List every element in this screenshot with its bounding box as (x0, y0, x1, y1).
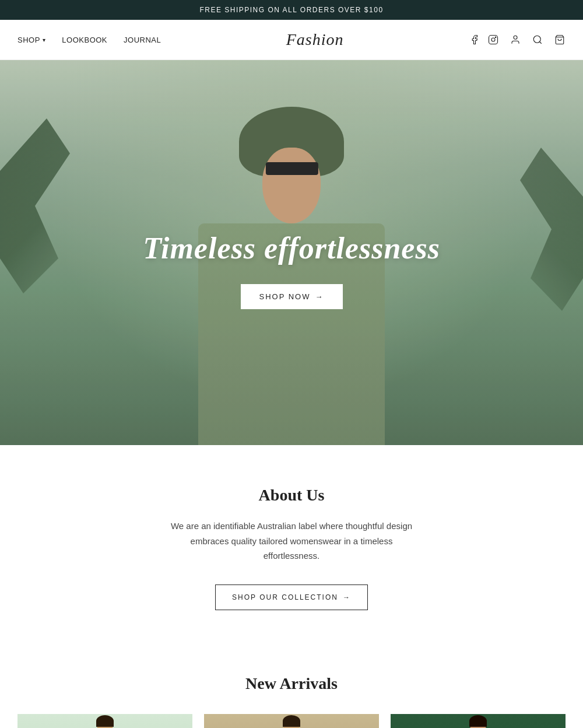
about-title: About Us (17, 486, 566, 505)
chevron-down-icon: ▾ (43, 37, 46, 43)
new-arrivals-title: New Arrivals (17, 674, 566, 693)
nav-left: SHOP ▾ LOOKBOOK JOURNAL (17, 36, 161, 44)
about-section: About Us We are an identifiable Australi… (0, 445, 583, 645)
site-header: SHOP ▾ LOOKBOOK JOURNAL Fashion (0, 20, 583, 60)
shop-collection-button[interactable]: SHOP OUR COLLECTION → (215, 584, 368, 610)
product-card-3[interactable] (391, 714, 566, 729)
hero-content: Timeless effortlessness SHOP NOW → (0, 60, 583, 445)
about-description: We are an identifiable Australian label … (169, 519, 414, 564)
product-card-1[interactable] (17, 714, 192, 729)
model-hair-1 (96, 715, 114, 727)
nav-lookbook[interactable]: LOOKBOOK (62, 36, 107, 44)
model-hair-2 (283, 715, 300, 727)
svg-point-1 (491, 38, 495, 41)
search-button[interactable] (532, 34, 543, 46)
model-figure-2 (268, 726, 315, 729)
cart-icon (554, 34, 565, 45)
products-grid (17, 714, 566, 729)
social-icons (469, 34, 499, 46)
nav-shop[interactable]: SHOP ▾ (17, 36, 45, 44)
model-figure-3 (455, 726, 501, 729)
hero-section: Timeless effortlessness SHOP NOW → (0, 60, 583, 445)
account-button[interactable] (510, 34, 521, 46)
search-icon (532, 34, 543, 45)
svg-point-3 (514, 36, 517, 39)
account-icon (510, 34, 521, 45)
nav-right (469, 34, 566, 46)
announcement-bar: FREE SHIPPING ON ALL ORDERS OVER $100 (0, 0, 583, 20)
hero-heading: Timeless effortlessness (143, 231, 440, 265)
product-card-2[interactable] (204, 714, 379, 729)
nav-journal[interactable]: JOURNAL (124, 36, 161, 44)
model-hair-3 (469, 715, 487, 727)
new-arrivals-section: New Arrivals (0, 645, 583, 729)
instagram-icon (488, 34, 498, 45)
site-logo[interactable]: Fashion (286, 30, 344, 49)
svg-line-5 (539, 41, 541, 43)
facebook-link[interactable] (469, 34, 480, 46)
svg-rect-0 (489, 36, 497, 44)
instagram-link[interactable] (487, 34, 499, 46)
announcement-text: FREE SHIPPING ON ALL ORDERS OVER $100 (199, 6, 383, 14)
svg-point-2 (495, 37, 496, 38)
shop-now-button[interactable]: SHOP NOW → (241, 284, 343, 309)
facebook-icon (469, 34, 480, 45)
svg-point-4 (533, 36, 540, 43)
model-figure-1 (82, 726, 128, 729)
cart-button[interactable] (554, 34, 566, 46)
